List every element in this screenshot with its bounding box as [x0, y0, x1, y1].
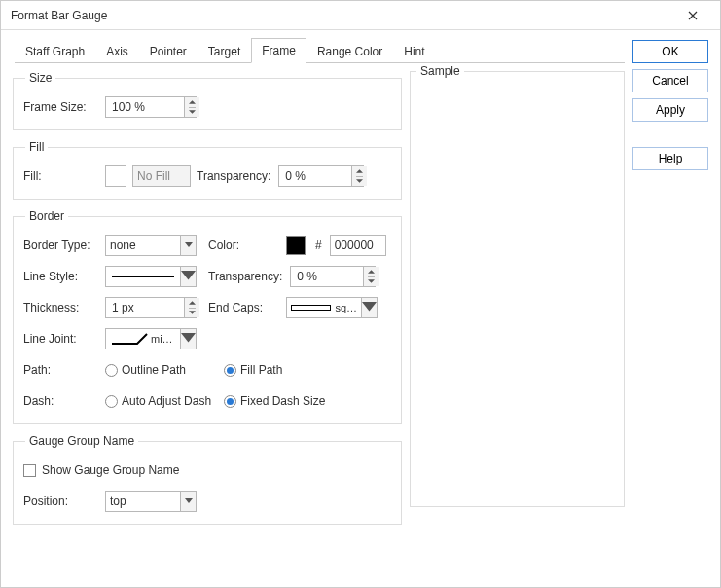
- fill-pattern-button[interactable]: [105, 165, 126, 187]
- tab-axis[interactable]: Axis: [95, 39, 139, 63]
- linejoint-label: Line Joint:: [23, 332, 99, 346]
- content-area: Staff Graph Axis Pointer Target Frame Ra…: [1, 30, 720, 587]
- border-legend: Border: [25, 209, 68, 223]
- thickness-value: 1 px: [110, 301, 184, 314]
- line-sample-icon: [112, 276, 174, 277]
- checkbox-icon: [23, 464, 36, 477]
- dash-label: Dash:: [23, 394, 99, 408]
- tab-frame[interactable]: Frame: [251, 38, 306, 63]
- sample-column: Sample: [410, 71, 625, 575]
- endcaps-label: End Caps:: [208, 301, 278, 314]
- thickness-label: Thickness:: [23, 301, 99, 314]
- frame-size-spinner[interactable]: 100 %: [105, 96, 197, 118]
- color-label: Color:: [208, 239, 278, 252]
- fill-value-field: No Fill: [132, 165, 191, 187]
- line-style-label: Line Style:: [23, 270, 99, 283]
- border-transparency-label: Transparency:: [208, 270, 282, 283]
- chevron-up-icon[interactable]: [189, 97, 196, 108]
- linejoint-value: mi…: [151, 333, 173, 345]
- chevron-up-icon[interactable]: [189, 298, 196, 309]
- color-swatch[interactable]: [286, 236, 306, 255]
- help-button[interactable]: Help: [632, 147, 708, 170]
- chevron-down-icon: [180, 267, 196, 286]
- panel-area: Size Frame Size: 100 % F: [13, 63, 625, 575]
- cancel-button[interactable]: Cancel: [632, 69, 708, 92]
- fill-path-label: Fill Path: [240, 363, 282, 377]
- outline-path-label: Outline Path: [122, 363, 186, 377]
- hash-label: #: [315, 239, 322, 252]
- fill-label: Fill:: [23, 169, 99, 183]
- path-label: Path:: [23, 363, 99, 377]
- window-title: Format Bar Gauge: [11, 9, 107, 22]
- ok-button[interactable]: OK: [632, 40, 708, 63]
- tab-target[interactable]: Target: [198, 39, 251, 63]
- position-value: top: [110, 495, 126, 508]
- fixed-dash-label: Fixed Dash Size: [240, 394, 325, 408]
- sample-preview: Sample: [410, 71, 625, 507]
- radio-icon: [224, 364, 236, 377]
- color-hex-field[interactable]: 000000: [330, 235, 386, 256]
- radio-auto-adjust-dash[interactable]: Auto Adjust Dash: [105, 394, 218, 408]
- button-column: OK Cancel Apply Help: [632, 38, 708, 575]
- border-transparency-spinner[interactable]: 0 %: [290, 266, 376, 287]
- frame-size-value: 100 %: [110, 100, 184, 114]
- group-size: Size Frame Size: 100 %: [13, 71, 402, 130]
- endcaps-combo[interactable]: sq…: [286, 297, 378, 318]
- chevron-down-icon: [180, 492, 196, 511]
- border-transparency-value: 0 %: [295, 270, 363, 283]
- spinner-arrows[interactable]: [351, 166, 367, 186]
- apply-button[interactable]: Apply: [632, 98, 708, 122]
- position-combo[interactable]: top: [105, 491, 197, 512]
- chevron-down-icon[interactable]: [189, 309, 196, 318]
- titlebar: Format Bar Gauge: [1, 1, 720, 30]
- fill-value-text: No Fill: [137, 169, 170, 183]
- frame-size-label: Frame Size:: [23, 100, 99, 114]
- close-button[interactable]: [673, 2, 712, 29]
- chevron-up-icon[interactable]: [356, 166, 363, 177]
- linejoint-combo[interactable]: mi…: [105, 328, 197, 349]
- tab-strip: Staff Graph Axis Pointer Target Frame Ra…: [15, 38, 625, 63]
- spinner-arrows[interactable]: [184, 298, 199, 317]
- radio-icon: [105, 364, 118, 377]
- border-type-label: Border Type:: [23, 239, 99, 252]
- color-hex-value: 000000: [335, 239, 374, 252]
- chevron-down-icon[interactable]: [368, 277, 375, 287]
- spinner-arrows[interactable]: [184, 97, 199, 117]
- left-column: Staff Graph Axis Pointer Target Frame Ra…: [13, 38, 625, 575]
- form-column: Size Frame Size: 100 % F: [13, 71, 402, 575]
- radio-fill-path[interactable]: Fill Path: [224, 363, 282, 377]
- radio-icon: [105, 395, 118, 408]
- chevron-down-icon[interactable]: [356, 177, 363, 187]
- fill-transparency-label: Transparency:: [197, 169, 270, 183]
- radio-icon: [224, 395, 236, 408]
- linejoint-icon: [110, 332, 149, 346]
- tab-hint[interactable]: Hint: [393, 39, 435, 63]
- chevron-down-icon: [361, 298, 377, 317]
- border-type-value: none: [110, 239, 136, 252]
- fill-legend: Fill: [25, 140, 48, 154]
- chevron-down-icon[interactable]: [189, 108, 196, 118]
- linejoint-preview: mi…: [106, 332, 180, 346]
- chevron-up-icon[interactable]: [368, 267, 375, 277]
- group-fill: Fill Fill: No Fill Transparency: 0 %: [13, 140, 402, 200]
- tab-range-color[interactable]: Range Color: [306, 39, 393, 63]
- thickness-spinner[interactable]: 1 px: [105, 297, 197, 318]
- sample-legend: Sample: [416, 64, 464, 78]
- group-gauge-name: Gauge Group Name Show Gauge Group Name P…: [13, 434, 402, 525]
- spinner-arrows[interactable]: [363, 267, 379, 286]
- chevron-down-icon: [180, 329, 196, 349]
- checkbox-show-gauge-group-name[interactable]: Show Gauge Group Name: [23, 463, 179, 477]
- show-gauge-label: Show Gauge Group Name: [42, 463, 179, 477]
- fill-transparency-value: 0 %: [283, 169, 351, 183]
- tab-pointer[interactable]: Pointer: [139, 39, 198, 63]
- auto-adjust-label: Auto Adjust Dash: [122, 394, 211, 408]
- close-icon: [688, 11, 698, 20]
- radio-outline-path[interactable]: Outline Path: [105, 363, 218, 377]
- tab-staff-graph[interactable]: Staff Graph: [15, 39, 95, 63]
- size-legend: Size: [25, 71, 55, 85]
- radio-fixed-dash-size[interactable]: Fixed Dash Size: [224, 394, 325, 408]
- border-type-combo[interactable]: none: [105, 235, 197, 256]
- fill-transparency-spinner[interactable]: 0 %: [278, 165, 364, 187]
- gauge-name-legend: Gauge Group Name: [25, 434, 138, 448]
- line-style-combo[interactable]: [105, 266, 197, 287]
